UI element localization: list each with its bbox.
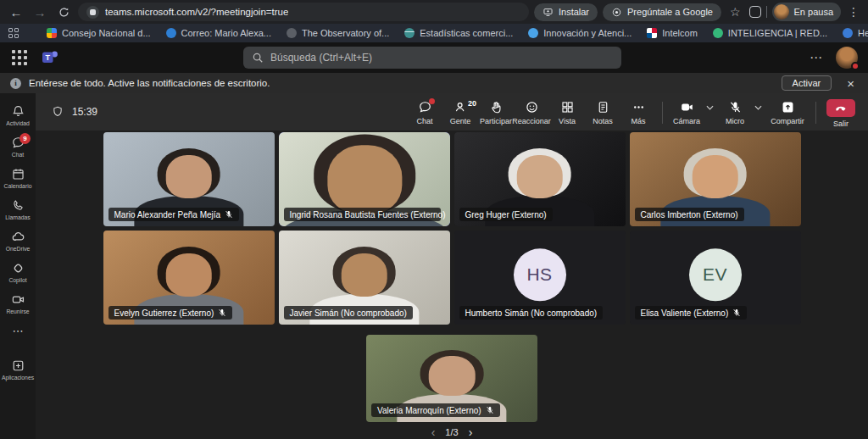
- share-button[interactable]: Compartir: [765, 97, 810, 125]
- sidebar-item-onedrive[interactable]: OneDrive: [0, 225, 36, 257]
- sidebar-item-calendar[interactable]: Calendario: [0, 163, 36, 194]
- hang-up-icon: [834, 101, 848, 114]
- camera-button-label: Cámara: [673, 117, 700, 125]
- sidebar-item-activity[interactable]: Actividad: [0, 100, 36, 131]
- video-grid: Mario Alexander Peña Mejía Ingrid Rosana…: [36, 131, 868, 439]
- share-screen-icon: [781, 100, 795, 114]
- next-page-icon[interactable]: ›: [469, 425, 473, 439]
- bookmark-favicon: [843, 28, 853, 38]
- participant-tile[interactable]: Carlos Imberton (Externo): [630, 132, 801, 226]
- participant-initials-avatar: HS: [514, 248, 566, 301]
- meeting-timer: 15:39: [72, 106, 97, 118]
- bookmark-star-icon[interactable]: ☆: [726, 5, 744, 19]
- camera-button[interactable]: Cámara: [669, 97, 704, 125]
- participant-tile[interactable]: Mario Alexander Peña Mejía: [103, 132, 275, 226]
- browser-profile-button[interactable]: En pausa: [772, 3, 841, 21]
- teams-logo[interactable]: T: [41, 48, 59, 67]
- people-icon: [453, 100, 468, 114]
- sidebar-item-chat[interactable]: 9 Chat: [0, 131, 36, 163]
- leave-button[interactable]: Salir: [822, 97, 860, 128]
- user-avatar[interactable]: [836, 47, 858, 69]
- bookmark-item[interactable]: Correo: Mario Alexa...: [160, 28, 277, 38]
- participant-name-label: Ingrid Rosana Bautista Fuentes (Externo): [284, 208, 442, 221]
- sidebar-item-label: Aplicaciones: [2, 375, 34, 381]
- install-app-button[interactable]: Instalar: [534, 3, 598, 21]
- sidebar-item-calls[interactable]: Llamadas: [0, 194, 36, 225]
- camera-options-chevron-icon[interactable]: [706, 105, 714, 110]
- bookmark-label: Correo: Mario Alexa...: [181, 28, 271, 38]
- view-button[interactable]: Vista: [549, 97, 585, 125]
- video-row: Evelyn Gutierrez (Externo) Javier Simán …: [103, 231, 801, 325]
- browser-menu-button[interactable]: ⋮: [846, 5, 861, 19]
- participant-name-label: Greg Huger (Externo): [459, 208, 553, 221]
- more-button-label: Más: [631, 117, 645, 125]
- bookmark-item[interactable]: Estadísticas comerci...: [398, 28, 519, 38]
- banner-close-icon[interactable]: ×: [843, 76, 858, 91]
- participant-tile[interactable]: EV Elisa Valiente (Externo): [630, 231, 801, 325]
- url-text: teams.microsoft.com/v2/?meetingjoin=true: [105, 7, 288, 17]
- reload-button[interactable]: [54, 7, 73, 18]
- bookmark-item[interactable]: Intelcom: [641, 28, 704, 38]
- calendar-icon: [11, 167, 25, 181]
- participant-tile[interactable]: Valeria Marroquín (Externo): [366, 335, 537, 422]
- bookmark-favicon: [713, 28, 723, 38]
- notes-button[interactable]: Notas: [585, 97, 620, 125]
- react-button[interactable]: Reaccionar: [514, 97, 549, 125]
- address-bar[interactable]: teams.microsoft.com/v2/?meetingjoin=true: [78, 3, 529, 21]
- participant-tile[interactable]: HS Humberto Simán (No comprobado): [454, 231, 626, 325]
- bookmarks-bar: Consejo Nacional d... Correo: Mario Alex…: [0, 24, 868, 42]
- participant-name-label: Carlos Imberton (Externo): [635, 208, 744, 221]
- sidebar-item-meet[interactable]: Reunirse: [0, 288, 36, 320]
- leave-button-label: Salir: [833, 119, 849, 128]
- bookmark-item[interactable]: INTELIGENCIA | RED...: [707, 28, 833, 38]
- back-button[interactable]: ←: [7, 5, 25, 19]
- bookmark-item[interactable]: The Observatory of...: [281, 28, 395, 38]
- participant-name: Valeria Marroquín (Externo): [377, 406, 481, 415]
- participant-tile[interactable]: Javier Simán (No comprobado): [279, 231, 450, 325]
- sidebar-item-copilot[interactable]: Copilot: [0, 257, 36, 288]
- bookmark-item[interactable]: Innovación y Atenci...: [522, 28, 637, 38]
- banner-text: Entérese de todo. Active las notificacio…: [29, 78, 270, 88]
- apps-shortcut-icon[interactable]: [8, 28, 19, 39]
- participant-name: Elisa Valiente (Externo): [641, 308, 729, 318]
- camera-on-icon: [680, 100, 694, 114]
- install-icon: [542, 7, 554, 18]
- mic-options-chevron-icon[interactable]: [754, 105, 762, 110]
- participant-name-label: Mario Alexander Peña Mejía: [108, 208, 240, 221]
- mic-button[interactable]: Micro: [717, 97, 753, 125]
- notification-banner: i Entérese de todo. Active las notificac…: [0, 73, 868, 93]
- sidebar-item-apps[interactable]: Aplicaciones: [0, 354, 36, 386]
- extensions-icon[interactable]: [749, 6, 761, 18]
- forward-button[interactable]: →: [31, 5, 49, 19]
- bookmark-item[interactable]: Consejo Nacional d...: [41, 28, 157, 38]
- participant-tile[interactable]: Ingrid Rosana Bautista Fuentes (Externo): [279, 132, 450, 226]
- site-info-icon[interactable]: [86, 6, 99, 19]
- chat-button[interactable]: Chat: [407, 97, 442, 125]
- activate-notifications-button[interactable]: Activar: [782, 75, 832, 91]
- bookmark-item[interactable]: Herramienta de Inte...: [837, 28, 868, 38]
- participant-tile[interactable]: Evelyn Gutierrez (Externo): [103, 231, 275, 325]
- app-launcher-icon[interactable]: [10, 48, 29, 67]
- sidebar-more-button[interactable]: ⋯: [13, 320, 24, 342]
- bookmark-favicon: [404, 28, 415, 38]
- gallery-pagination: ‹ 1/3 ›: [431, 425, 473, 439]
- mic-muted-icon: [225, 210, 233, 219]
- bookmark-label: Consejo Nacional d...: [62, 28, 151, 38]
- ask-google-button[interactable]: Pregúntale a Google: [603, 3, 721, 21]
- bookmark-favicon: [647, 28, 657, 38]
- video-row: Mario Alexander Peña Mejía Ingrid Rosana…: [103, 132, 801, 226]
- participant-tile[interactable]: Greg Huger (Externo): [454, 132, 626, 226]
- search-input[interactable]: [243, 47, 621, 69]
- more-button[interactable]: Más: [620, 97, 656, 125]
- chat-button-label: Chat: [416, 117, 432, 125]
- people-button[interactable]: 20 Gente: [442, 97, 478, 125]
- header-more-button[interactable]: ⋯: [810, 50, 822, 65]
- sidebar-item-label: Calendario: [4, 183, 32, 189]
- previous-page-icon[interactable]: ‹: [431, 425, 436, 439]
- raise-hand-button[interactable]: Participar: [478, 97, 514, 125]
- bell-icon: [11, 104, 25, 119]
- mic-muted-icon: [486, 406, 494, 414]
- toolbar-divider: [662, 102, 663, 124]
- copilot-icon: [11, 261, 25, 275]
- reload-icon: [58, 7, 70, 18]
